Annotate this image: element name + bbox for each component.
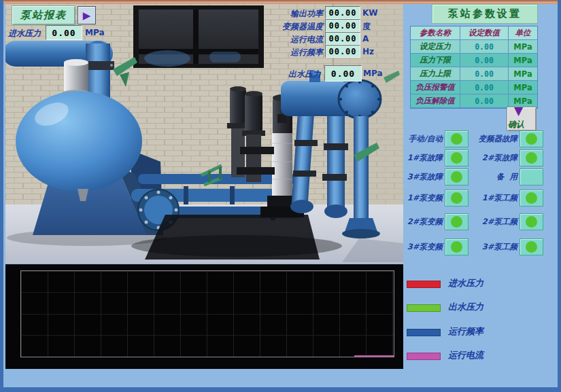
status-row: 2#泵变频 2#泵工频 — [405, 213, 542, 230]
green-lamp-icon — [451, 192, 462, 204]
play-arrow-icon[interactable]: ▶ — [78, 6, 96, 24]
status-cell-pump3-mains: 3#泵工频 — [469, 238, 543, 255]
legend-swatch-outlet-pressure — [407, 304, 441, 312]
param-unit: MPa — [509, 54, 537, 67]
indicator-box — [445, 190, 469, 207]
output-power-value: 00.00 — [325, 6, 360, 19]
status-cell-pump2-vfd: 2#泵变频 — [405, 213, 469, 230]
indicator-box — [520, 190, 543, 207]
status-cell-pump3-fault: 3#泵故障 — [405, 168, 469, 185]
status-label: 1#泵故障 — [405, 153, 443, 163]
legend-swatch-run-current — [407, 353, 441, 360]
right-border — [558, 0, 561, 392]
top-border-strip — [0, 0, 561, 4]
run-frequency-unit: Hz — [362, 47, 374, 56]
confirm-button-label: 确认 — [508, 119, 524, 130]
indicator-box — [445, 238, 469, 255]
indicator-box — [445, 149, 469, 166]
param-name: 负压报警值 — [411, 81, 460, 94]
green-lamp-icon — [526, 241, 537, 253]
indicator-box — [445, 130, 469, 147]
status-row: 1#泵变频 1#泵工频 — [405, 190, 542, 207]
output-power-unit: KW — [362, 8, 378, 18]
params-table: 参数名称 设定数值 单位 设定压力 0.00 MPa 压力下限 0.00 MPa… — [410, 26, 538, 109]
outlet-pressure-label: 出水压力 — [280, 69, 321, 80]
status-row: 1#泵故障 2#泵故障 — [405, 149, 542, 166]
param-name: 负压解除值 — [411, 94, 460, 108]
output-power-label: 输出功率 — [262, 8, 323, 20]
legend-swatch-inlet-pressure — [407, 281, 441, 288]
confirm-button[interactable]: ▼ 确认 — [507, 107, 537, 131]
green-lamp-icon — [451, 216, 462, 228]
status-label: 1#泵变频 — [405, 193, 443, 203]
indicator-box — [520, 168, 543, 185]
status-label: 2#泵工频 — [469, 217, 517, 227]
status-row: 手动/自动 变频器故障 — [405, 130, 542, 147]
green-lamp-icon — [451, 241, 462, 253]
status-row: 3#泵变频 3#泵工频 — [405, 238, 542, 255]
run-current-label: 运行电流 — [262, 34, 323, 46]
status-label: 3#泵变频 — [405, 242, 443, 252]
inverter-temp-value: 00.00 — [325, 19, 360, 32]
outlet-pressure-value: 0.00 — [324, 65, 362, 82]
indicator-box — [520, 149, 543, 166]
run-current-value: 00.00 — [325, 32, 360, 45]
legend-label: 进水压力 — [448, 277, 483, 289]
param-name: 压力上限 — [411, 67, 460, 81]
trend-chart — [5, 264, 403, 369]
param-value[interactable]: 0.00 — [460, 54, 509, 67]
green-lamp-icon — [451, 152, 462, 164]
indicator-box — [520, 238, 543, 255]
status-label: 备 用 — [469, 172, 517, 182]
indicator-box — [445, 168, 469, 185]
param-unit: MPa — [509, 81, 537, 94]
params-header-unit: 单位 — [509, 26, 537, 40]
green-lamp-icon — [526, 133, 537, 145]
indicator-box — [445, 213, 469, 230]
status-label: 变频器故障 — [469, 134, 517, 144]
hmi-screen: 泵站报表 ▶ 进水压力 0.00 MPa 输出功率 00.00 KW 变频器温度… — [0, 0, 561, 392]
status-cell-pump2-fault: 2#泵故障 — [469, 149, 543, 166]
green-lamp-icon — [451, 133, 462, 145]
param-value[interactable]: 0.00 — [460, 40, 509, 54]
status-cell-pump1-vfd: 1#泵变频 — [405, 190, 469, 207]
left-border — [0, 0, 3, 392]
status-cell-vfd-fault: 变频器故障 — [469, 130, 543, 147]
run-frequency-label: 运行频率 — [262, 47, 323, 58]
param-value[interactable]: 0.00 — [460, 67, 509, 81]
param-value[interactable]: 0.00 — [460, 94, 509, 108]
outlet-pressure-unit: MPa — [363, 69, 383, 78]
report-button[interactable]: 泵站报表 — [12, 5, 75, 25]
params-panel-title: 泵站参数设置 — [432, 4, 538, 24]
legend-label: 运行电流 — [448, 349, 483, 361]
status-label: 2#泵故障 — [469, 153, 517, 163]
green-lamp-icon — [526, 216, 537, 228]
status-row: 3#泵故障 备 用 — [405, 168, 542, 185]
status-cell-pump1-fault: 1#泵故障 — [405, 149, 469, 166]
report-button-group: 泵站报表 ▶ — [12, 5, 96, 25]
status-label: 手动/自动 — [405, 134, 443, 144]
inverter-temp-label: 变频器温度 — [262, 21, 323, 33]
triangle-down-icon: ▼ — [514, 105, 523, 117]
run-current-unit: A — [362, 34, 369, 43]
green-lamp-icon — [526, 192, 537, 204]
param-value[interactable]: 0.00 — [460, 81, 509, 94]
indicator-box — [520, 213, 543, 230]
trend-plot-area — [20, 270, 394, 357]
inverter-temp-unit: 度 — [362, 21, 371, 33]
status-cell-manual-auto: 手动/自动 — [405, 130, 469, 147]
legend-swatch-run-frequency — [407, 329, 441, 336]
param-name: 压力下限 — [411, 54, 460, 67]
status-cell-pump2-mains: 2#泵工频 — [469, 213, 543, 230]
status-cell-spare: 备 用 — [469, 168, 543, 185]
green-lamp-icon — [526, 152, 537, 164]
inlet-pressure-unit: MPa — [85, 28, 105, 37]
status-cell-pump3-vfd: 3#泵变频 — [405, 238, 469, 255]
window — [133, 5, 264, 68]
inlet-pressure-label: 进水压力 — [8, 28, 41, 39]
status-label: 3#泵工频 — [469, 242, 517, 252]
indicator-box — [520, 130, 543, 147]
inlet-pressure-value: 0.00 — [46, 25, 82, 40]
param-name: 设定压力 — [411, 40, 460, 54]
green-lamp-icon — [451, 171, 462, 183]
